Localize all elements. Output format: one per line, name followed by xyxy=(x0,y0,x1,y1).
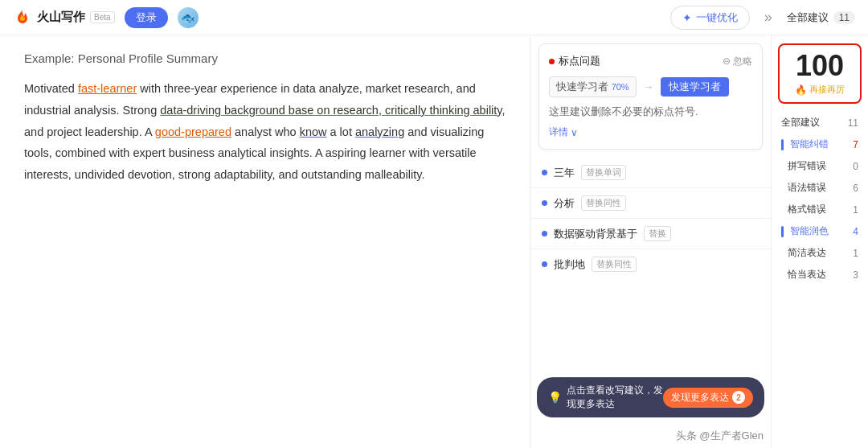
tooltip-content: 点击查看改写建议，发现更多表达 xyxy=(567,384,663,411)
chevron-down-icon: ∨ xyxy=(571,127,578,138)
card-type: 标点问题 xyxy=(549,54,600,68)
score-label-text: 再接再厉 xyxy=(809,84,845,96)
menu-item-all[interactable]: 全部建议 11 xyxy=(776,112,863,134)
item-tag-1: 替换单词 xyxy=(581,165,626,180)
dot-blue-icon xyxy=(542,170,547,175)
menu-all-count: 11 xyxy=(844,117,858,129)
item-label-3: 数据驱动背景基于 xyxy=(554,227,637,241)
menu-grammar-label: 语法错误 xyxy=(781,181,826,195)
menu-smart-polish-label: 智能润色 xyxy=(790,224,829,238)
menu-item-spelling[interactable]: 拼写错误 0 xyxy=(776,155,863,177)
dot-blue-icon-2 xyxy=(542,200,547,206)
ignore-button[interactable]: ⊖ 忽略 xyxy=(723,55,752,68)
card-desc: 这里建议删除不必要的标点符号. xyxy=(549,105,752,119)
watermark: 头条 @生产者Glen xyxy=(676,429,764,443)
more-button[interactable]: » xyxy=(760,9,777,26)
text-good-prepared: good-prepared xyxy=(155,125,231,138)
suggestion-card: 标点问题 ⊖ 忽略 快速学习者 70% → 快速学习者 这里建议删除不必要的标点… xyxy=(538,43,763,150)
logo-icon xyxy=(13,8,32,27)
tooltip-text: 💡 点击查看改写建议，发现更多表达 xyxy=(548,384,663,411)
text-know: know xyxy=(300,125,327,138)
menu-concise-count: 1 xyxy=(844,248,858,259)
header: 火山写作 Beta 登录 🐟 ✦ 一键优化 » 全部建议 11 xyxy=(0,0,868,35)
all-suggestions-header: 全部建议 11 xyxy=(787,10,855,25)
text-analyst: analyst who xyxy=(231,125,300,138)
all-suggestions-label: 全部建议 xyxy=(787,10,829,25)
menu-smart-correct-label: 智能纠错 xyxy=(790,138,829,151)
menu-proper-label: 恰当表达 xyxy=(781,268,826,282)
logo-area: 火山写作 Beta xyxy=(13,8,115,27)
menu-spelling-label: 拼写错误 xyxy=(781,159,826,173)
menu-item-format[interactable]: 格式错误 1 xyxy=(776,199,863,220)
menu-spelling-count: 0 xyxy=(844,161,858,172)
original-word: 快速学习者 70% xyxy=(549,76,637,97)
dot-blue-icon-3 xyxy=(542,231,547,236)
suggestion-item-2[interactable]: 分析 替换同性 xyxy=(530,188,771,219)
editor-area[interactable]: Example: Personal Profile Summary Motiva… xyxy=(0,35,530,448)
score-box: 100 🔥 再接再厉 xyxy=(778,43,862,104)
text-fast-learner: fast-learner xyxy=(78,82,137,95)
score-label: 🔥 再接再厉 xyxy=(788,84,852,96)
sparkle-icon: ✦ xyxy=(682,11,692,24)
menu-smart-correct-count: 7 xyxy=(844,139,858,150)
word-options: 快速学习者 70% → 快速学习者 xyxy=(549,76,752,97)
logo-text: 火山写作 xyxy=(37,10,85,25)
dot-red-icon xyxy=(549,59,555,64)
item-tag-4: 替换同性 xyxy=(592,257,637,272)
middle-panel: 标点问题 ⊖ 忽略 快速学习者 70% → 快速学习者 这里建议删除不必要的标点… xyxy=(530,35,772,448)
menu-smart-polish-count: 4 xyxy=(844,226,858,237)
avatar: 🐟 xyxy=(178,7,199,28)
beta-badge: Beta xyxy=(90,11,115,23)
item-label-2: 分析 xyxy=(554,196,575,211)
discover-count: 2 xyxy=(732,391,745,404)
suggestion-item-4[interactable]: 批判地 替换同性 xyxy=(530,249,771,279)
menu-format-count: 1 xyxy=(844,204,858,216)
suggestion-item-3[interactable]: 数据驱动背景基于 替换 xyxy=(530,219,771,249)
menu-item-proper[interactable]: 恰当表达 3 xyxy=(776,264,863,286)
left-bar-icon xyxy=(781,139,784,150)
score-number: 100 xyxy=(788,51,852,80)
doc-title: Example: Personal Profile Summary xyxy=(24,51,506,65)
menu-format-label: 格式错误 xyxy=(781,203,826,216)
suggestion-item-1[interactable]: 三年 替换单词 xyxy=(530,158,771,188)
arrow-icon: → xyxy=(643,80,654,93)
menu-item-smart-correct[interactable]: 智能纠错 7 xyxy=(776,134,863,155)
menu-proper-count: 3 xyxy=(844,269,858,281)
card-header: 标点问题 ⊖ 忽略 xyxy=(549,54,752,68)
item-tag-3: 替换 xyxy=(644,226,671,241)
login-button[interactable]: 登录 xyxy=(125,7,168,28)
text-motivated: Motivated xyxy=(24,82,78,95)
item-label-1: 三年 xyxy=(554,166,575,180)
text-analyzing: analyzing xyxy=(355,125,404,138)
menu-item-concise[interactable]: 简洁表达 1 xyxy=(776,242,863,264)
all-suggestions-count: 11 xyxy=(833,11,855,24)
text-alot: a lot xyxy=(326,125,354,138)
bottom-tooltip: 💡 点击查看改写建议，发现更多表达 发现更多表达 2 xyxy=(537,377,764,417)
card-type-label: 标点问题 xyxy=(559,54,600,68)
menu-item-grammar[interactable]: 语法错误 6 xyxy=(776,177,863,199)
detail-label: 详情 xyxy=(549,125,568,139)
optimize-label: 一键优化 xyxy=(696,10,738,25)
card-detail[interactable]: 详情 ∨ xyxy=(549,125,752,139)
item-tag-2: 替换同性 xyxy=(581,195,626,211)
text-data-driving: data-driving background base on research… xyxy=(160,104,502,117)
fire-icon: 🔥 xyxy=(795,84,807,96)
left-bar-icon-2 xyxy=(781,226,784,237)
discover-button[interactable]: 发现更多表达 2 xyxy=(663,388,753,408)
discover-label: 发现更多表达 xyxy=(671,391,729,405)
suggested-word[interactable]: 快速学习者 xyxy=(661,77,729,97)
menu-item-smart-polish[interactable]: 智能润色 4 xyxy=(776,220,863,242)
bulb-icon: 💡 xyxy=(548,391,562,404)
main-container: Example: Personal Profile Summary Motiva… xyxy=(0,35,868,448)
circle-x-icon: ⊖ xyxy=(723,55,731,67)
item-label-4: 批判地 xyxy=(554,257,585,272)
dot-blue-icon-4 xyxy=(542,261,547,267)
ignore-label: 忽略 xyxy=(733,55,752,68)
menu-all-label: 全部建议 xyxy=(781,116,820,129)
right-menu: 全部建议 11 智能纠错 7 拼写错误 0 语法错误 6 格式错误 1 xyxy=(772,112,868,448)
doc-content: Motivated fast-learner with three-year e… xyxy=(24,78,506,186)
optimize-button[interactable]: ✦ 一键优化 xyxy=(670,6,750,30)
menu-grammar-count: 6 xyxy=(844,183,858,194)
right-panel: 100 🔥 再接再厉 全部建议 11 智能纠错 7 拼写错误 0 xyxy=(772,35,868,448)
menu-concise-label: 简洁表达 xyxy=(781,246,826,260)
